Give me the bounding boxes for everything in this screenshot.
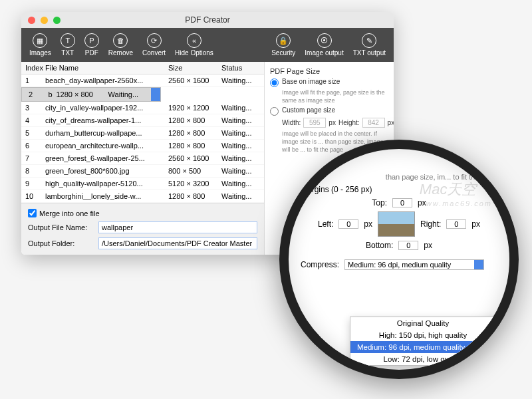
table-row[interactable]: 2beautiful_city_lights-wallpap...1280 × … [21, 87, 161, 102]
width-input[interactable] [303, 118, 326, 128]
table-row[interactable]: 6european_architecture-wallp...1280 × 80… [21, 140, 264, 152]
compress-dropdown: Original QualityHigh: 150 dpi, high qual… [350, 317, 496, 366]
col-status[interactable]: Status [217, 62, 264, 74]
margin-bottom-input[interactable] [398, 241, 418, 250]
filename-label: Output File Name: [28, 223, 94, 231]
col-index[interactable]: Index [21, 62, 41, 74]
toolbar-txt-output[interactable]: ✎TXT output [350, 32, 388, 58]
radio-base-on-image[interactable] [270, 78, 279, 87]
filename-input[interactable] [98, 221, 257, 233]
base-hint: Image will fit the page, page size is th… [282, 89, 388, 104]
col-size[interactable]: Size [164, 62, 217, 74]
folder-label: Output Folder: [28, 239, 94, 247]
titlebar: PDF Creator [21, 12, 394, 28]
table-row[interactable]: 9high_quality-wallpaper-5120...5120 × 32… [21, 178, 264, 190]
toolbar-remove[interactable]: 🗑Remove [106, 32, 136, 58]
toolbar-convert[interactable]: ⟳Convert [140, 32, 168, 58]
toolbar: ▦Images TTXT PPDF 🗑Remove ⟳Convert «Hide… [21, 28, 394, 62]
compress-option[interactable]: Original Quality [350, 317, 495, 329]
toolbar-security[interactable]: 🔒Security [269, 32, 298, 58]
images-icon: ▦ [33, 33, 47, 48]
pdf-icon: P [84, 33, 99, 48]
margin-top-input[interactable] [392, 198, 412, 207]
toolbar-pdf[interactable]: PPDF [82, 32, 102, 58]
page-size-header: PDF Page Size [270, 67, 388, 75]
compress-option[interactable]: Low: 72 dpi, low quality [350, 353, 495, 365]
magnifier-overlay: than page size, im... to fit the page Ma… [279, 140, 519, 379]
table-row[interactable]: 3city_in_valley-wallpaper-192...1920 × 1… [21, 102, 264, 114]
compress-label: Compress: [301, 260, 339, 269]
table-row[interactable]: 7green_forest_6-wallpaper-25...2560 × 16… [21, 152, 264, 165]
folder-input[interactable] [98, 237, 257, 249]
lock-icon: 🔒 [276, 33, 291, 48]
margins-header: Margins (0 - 256 px) [301, 185, 497, 194]
partial-text: than page size, im... to fit the page [301, 173, 497, 181]
compress-option[interactable]: High: 150 dpi, high quality [350, 329, 495, 341]
compress-option[interactable]: Medium: 96 dpi, medium quality [350, 341, 495, 353]
height-input[interactable] [362, 118, 385, 128]
preview-thumb [378, 211, 415, 237]
output-panel: Merge into one file Output File Name: Ou… [21, 203, 264, 255]
col-name[interactable]: File Name [41, 62, 164, 74]
table-row[interactable]: 8green_forest_800*600.jpg800 × 500Waitin… [21, 165, 264, 178]
table-row[interactable]: 1beach_day-wallpaper-2560x...2560 × 1600… [21, 74, 264, 87]
window-title: PDF Creator [21, 15, 394, 25]
compress-select[interactable]: Medium: 96 dpi, medium quality [344, 259, 484, 270]
toolbar-images[interactable]: ▦Images [27, 32, 54, 58]
table-row[interactable]: 10lamborghini__lonely_side-w...1280 × 80… [21, 190, 264, 203]
minimize-icon[interactable] [41, 17, 48, 24]
hide-icon: « [187, 33, 201, 48]
table-row[interactable]: 5durham_buttercup-wallpape...1280 × 800W… [21, 127, 264, 140]
close-icon[interactable] [28, 17, 35, 24]
toolbar-txt[interactable]: TTXT [58, 32, 78, 58]
radio-base-label: Base on image size [282, 78, 340, 85]
table-row[interactable]: 4city_of_dreams-wallpaper-1...1280 × 800… [21, 114, 264, 127]
txt-icon: T [61, 33, 75, 48]
txt-output-icon: ✎ [362, 33, 376, 48]
toolbar-hide-options[interactable]: «Hide Options [172, 32, 216, 58]
convert-icon: ⟳ [147, 33, 162, 48]
file-table: Index File Name Size Status 1beach_day-w… [21, 62, 264, 203]
zoom-icon[interactable] [53, 17, 61, 24]
merge-label: Merge into one file [39, 209, 100, 217]
radio-custom-size[interactable] [270, 107, 279, 116]
merge-checkbox[interactable] [28, 209, 37, 217]
margin-left-input[interactable] [338, 219, 358, 229]
image-output-icon: ⦿ [317, 33, 332, 48]
margin-right-input[interactable] [446, 219, 466, 229]
radio-custom-label: Custom page size [282, 106, 335, 114]
trash-icon: 🗑 [113, 33, 128, 48]
toolbar-image-output[interactable]: ⦿Image output [302, 32, 346, 58]
